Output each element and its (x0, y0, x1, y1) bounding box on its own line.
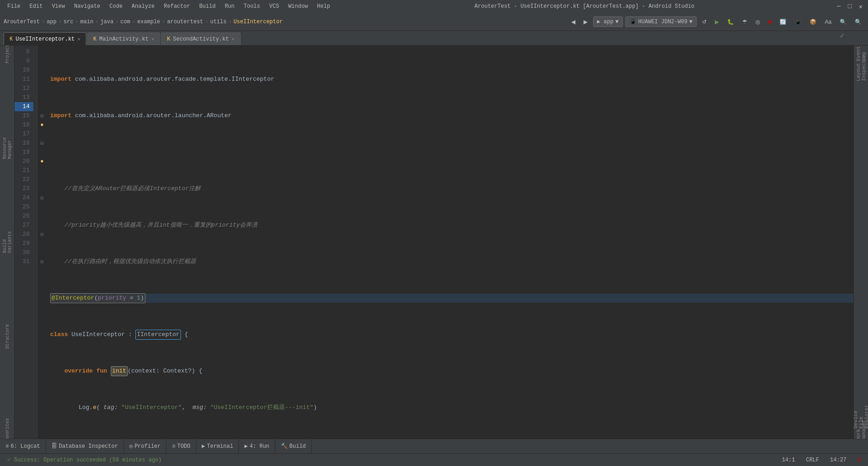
breadcrumb-java[interactable]: java (100, 19, 114, 25)
gutter-20[interactable]: ● (37, 157, 46, 166)
sdk-button[interactable]: 📦 (807, 17, 819, 27)
bottom-tab-profiler[interactable]: ◎ Profiler (124, 439, 167, 454)
translate-button[interactable]: Aa (822, 17, 834, 27)
profile-button[interactable]: ◎ (753, 17, 763, 27)
run-icon: ▶ (244, 443, 248, 450)
gutter-26 (37, 212, 46, 221)
search-everywhere-button[interactable]: 🔍 (852, 17, 864, 27)
line-num-14: 14 (15, 102, 33, 111)
breadcrumb-main[interactable]: main (80, 19, 93, 25)
menu-help[interactable]: Help (313, 2, 334, 10)
menu-edit[interactable]: Edit (26, 2, 46, 10)
bottom-tab-terminal[interactable]: ▶ Terminal (196, 439, 239, 454)
sync-gradle-button[interactable]: 🔄 (777, 17, 789, 27)
tab-close-useinterceptor[interactable]: ✕ (78, 36, 81, 42)
menu-file[interactable]: File (4, 2, 24, 10)
close-button[interactable]: ✕ (857, 3, 864, 10)
time-label: 14:27 (830, 457, 847, 463)
tab-close-secondactivity[interactable]: ✕ (232, 36, 235, 42)
work-manager-panel[interactable]: Work Manager (855, 424, 868, 437)
menu-vcs[interactable]: VCS (266, 2, 283, 10)
code-editor[interactable]: import com.alibaba.android.arouter.facad… (46, 46, 853, 439)
breadcrumb-src[interactable]: src (63, 19, 73, 25)
gutter-18: ⊟ (37, 139, 46, 148)
line-num-23: 23 (15, 184, 33, 193)
tab-useinterceptor[interactable]: K UseIInterceptor.kt ✕ (4, 32, 86, 45)
tab-label-useinterceptor: UseIInterceptor.kt (16, 36, 75, 42)
code-line-8: import com.alibaba.android.arouter.facad… (50, 75, 853, 84)
breadcrumb-sep-9: › (228, 19, 232, 25)
tab-close-mainactivity[interactable]: ✕ (151, 36, 155, 42)
gutter-16[interactable]: ● (37, 120, 46, 129)
layout-inspector-panel[interactable]: Layout Inspector (855, 61, 868, 74)
back-button[interactable]: ◀ (568, 17, 578, 27)
gutter-13 (37, 93, 46, 102)
code-line-10 (50, 148, 853, 157)
minimize-button[interactable]: ─ (835, 3, 842, 10)
breadcrumb-example[interactable]: example (137, 19, 160, 25)
tab-secondactivity[interactable]: K SecondActivity.kt ✕ (161, 32, 240, 45)
menu-run[interactable]: Run (221, 2, 238, 10)
device-chevron: ▼ (689, 19, 692, 25)
breadcrumb-aroutertest[interactable]: aroutertest (167, 19, 203, 25)
stop-button[interactable]: ■ (765, 17, 774, 27)
bottom-tab-database-inspector[interactable]: 🗄 Database Inspector (46, 439, 124, 454)
sidebar-icon-build-variants[interactable]: Build Variants (1, 236, 14, 249)
device-selector[interactable]: 📱 HUAWEI JDN2-W09 ▼ (625, 16, 697, 27)
breadcrumb-file[interactable]: UseIInterceptor (233, 19, 283, 25)
avd-button[interactable]: 📱 (792, 17, 804, 27)
debug-button[interactable]: 🐛 (724, 17, 737, 27)
cursor-position[interactable]: 14:1 (778, 456, 799, 464)
menu-tools[interactable]: Tools (240, 2, 264, 10)
menu-navigate[interactable]: Navigate (70, 2, 104, 10)
line-num-18: 18 (15, 139, 33, 148)
editor-scroll: 8 9 10 11 12 13 14 15 16 17 18 19 20 21 … (15, 46, 853, 439)
breadcrumb-utils[interactable]: utils (210, 19, 227, 25)
sidebar-icon-structure[interactable]: Structure (1, 330, 14, 343)
bottom-tab-build[interactable]: 🔨 Build (275, 439, 312, 454)
breadcrumb-project[interactable]: ArouterTest (4, 19, 40, 25)
menu-build[interactable]: Build (196, 2, 219, 10)
coverage-button[interactable]: ☂ (739, 17, 750, 27)
gutter: ⊟ ● ⊟ ● ⊟ (37, 46, 46, 439)
breadcrumb-app[interactable]: app (46, 19, 57, 25)
menu-code[interactable]: Code (106, 2, 126, 10)
maximize-button[interactable]: □ (846, 3, 853, 10)
bottom-tab-todo[interactable]: ≡ TODO (166, 439, 196, 454)
run-config-label: ▶ app (597, 18, 614, 25)
gutter-25 (37, 202, 46, 212)
menu-window[interactable]: Window (284, 2, 311, 10)
menu-analyze[interactable]: Analyze (128, 2, 158, 10)
left-sidebar: Project Resource Manager Build Variants … (0, 46, 15, 439)
status-left: ✓ Success: Operation succeeded (50 minut… (4, 456, 778, 464)
run-label: 4: Run (250, 443, 269, 450)
line-num-10: 10 (15, 66, 33, 75)
sidebar-icon-resource-manager[interactable]: Resource Manager (1, 142, 14, 155)
code-line-12: //priority越小优先级越高，并且int值唯一，重复的priority会奔… (50, 221, 853, 230)
breadcrumb-sep-8: › (205, 19, 208, 25)
gutter-11 (37, 75, 46, 84)
menu-refactor[interactable]: Refactor (160, 2, 194, 10)
breadcrumb-com[interactable]: com (120, 19, 130, 25)
layout-inspector-button[interactable]: 🔍 (837, 17, 849, 27)
tab-mainactivity[interactable]: K MainActivity.kt ✕ (87, 32, 160, 45)
position-label: 14:1 (782, 457, 795, 463)
bottom-tab-run[interactable]: ▶ 4: Run (239, 439, 275, 454)
gutter-27 (37, 221, 46, 230)
sync-button[interactable]: ↺ (699, 17, 709, 27)
run-config-selector[interactable]: ▶ app ▼ (593, 16, 623, 27)
forward-button[interactable]: ▶ (581, 17, 590, 27)
sidebar-icon-favorites[interactable]: Favorites (1, 424, 14, 437)
ime-status[interactable]: S (854, 456, 864, 464)
line-num-19: 19 (15, 148, 33, 157)
window-controls: ─ □ ✕ (835, 3, 864, 10)
breadcrumb-sep-3: › (75, 19, 78, 25)
sidebar-icon-project[interactable]: Project (1, 47, 14, 60)
gutter-31: ⊟ (37, 257, 46, 266)
todo-icon: ≡ (172, 443, 175, 450)
encoding-indicator[interactable]: CRLF (802, 456, 823, 464)
todo-label: TODO (177, 443, 191, 450)
run-button[interactable]: ▶ (712, 17, 722, 27)
menu-view[interactable]: View (48, 2, 69, 10)
bottom-tab-logcat[interactable]: ≡ 6: Logcat (0, 439, 46, 454)
